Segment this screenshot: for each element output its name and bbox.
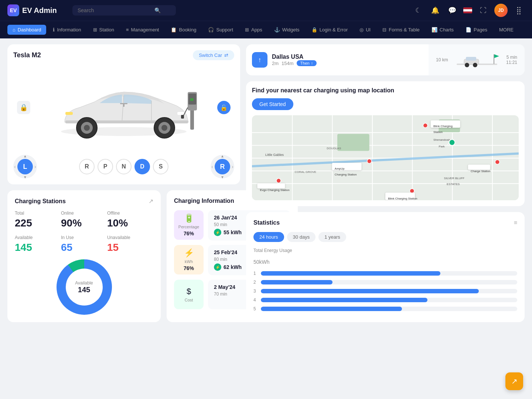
map-heading: Find your nearest car charging using map…: [252, 87, 519, 94]
chat-icon[interactable]: 💬: [446, 4, 458, 16]
grid-menu-icon[interactable]: ⣿: [513, 4, 525, 16]
charts-icon: 📊: [432, 27, 437, 33]
nav-apps[interactable]: ⊞ Apps: [240, 25, 267, 35]
gear-option-d[interactable]: D: [134, 159, 150, 174]
svg-rect-58: [257, 183, 285, 188]
nav-booking[interactable]: 📋 Booking: [166, 25, 201, 35]
charging-stations-card: Charging Stations ↗ Total 225 Online 90%…: [7, 190, 161, 322]
stats-menu-icon[interactable]: ≡: [514, 219, 517, 226]
search-bar[interactable]: 🔍: [72, 5, 176, 16]
donut-label: Available 145: [75, 280, 93, 294]
nav-pages[interactable]: 📄 Pages: [460, 25, 492, 35]
tab-24hours[interactable]: 24 hours: [253, 232, 284, 242]
gear-option-s[interactable]: S: [153, 159, 168, 174]
total-stat: Total 225: [15, 211, 61, 229]
available-label: Available: [15, 235, 61, 240]
nav-charts[interactable]: 📊 Charts: [426, 25, 459, 35]
tab-30days[interactable]: 30 days: [287, 232, 316, 242]
unlock-icon[interactable]: 🔓: [217, 101, 231, 114]
fab-button[interactable]: ↗: [505, 372, 523, 390]
offline-label: Offline: [107, 211, 153, 216]
car-card-header: Tesla M2 Switch Car ⇄: [13, 50, 234, 60]
switch-car-label: Switch Car: [199, 52, 222, 58]
car-image: 30: [42, 71, 205, 144]
route-arrival: 11:21: [506, 60, 517, 65]
gear-options: R P N D S: [79, 159, 168, 174]
gear-right-down-arrow: ▼: [221, 175, 224, 179]
nav-charts-label: Charts: [440, 27, 454, 33]
bar-track-3: [261, 289, 517, 293]
avatar[interactable]: JD: [494, 4, 508, 17]
nav-login-error[interactable]: 🔒 Login & Error: [306, 25, 353, 35]
available-stat: Available 145: [15, 235, 61, 253]
nav-ui[interactable]: ◎ UI: [354, 25, 376, 35]
nav-management-label: Management: [131, 27, 159, 33]
tab-1years[interactable]: 1 years: [318, 232, 346, 242]
route-visual: 10 km 5 min 11:21: [429, 44, 525, 75]
language-flag[interactable]: [463, 7, 472, 13]
nav-more[interactable]: MORE: [494, 25, 519, 35]
bar-num-2: 2: [253, 280, 258, 285]
route-upload-icon: ↑: [252, 52, 267, 68]
stations-title: Charging Stations: [15, 198, 66, 205]
energy-value: 50kWh: [253, 255, 517, 266]
nav-station[interactable]: ⊞ Station: [88, 25, 119, 35]
svg-rect-22: [466, 57, 476, 61]
bell-icon[interactable]: 🔔: [429, 4, 441, 16]
energy-unit: kWh: [259, 259, 270, 265]
bar-track-5: [261, 307, 517, 311]
statistics-header: Statistics ≡: [253, 219, 517, 226]
gear-left-inner: ‹ L ›: [14, 159, 36, 174]
svg-point-66: [449, 140, 455, 146]
nav-widgets[interactable]: ⚓ Widgets: [269, 25, 305, 35]
route-destination: ↑ Dallas USA 2m 154m Then ↑: [246, 44, 429, 75]
charge-label-1: Percentage: [178, 225, 199, 229]
route-text: Dallas USA 2m 154m Then ↑: [272, 54, 317, 66]
svg-point-6: [84, 125, 90, 131]
bar-row-2: 2: [253, 280, 517, 285]
svg-text:AmpUp: AmpUp: [335, 167, 345, 170]
nav-information[interactable]: ℹ Information: [48, 25, 86, 35]
information-icon: ℹ: [53, 27, 55, 33]
apps-icon: ⊞: [245, 27, 249, 33]
gear-option-p[interactable]: P: [98, 159, 113, 174]
dark-mode-icon[interactable]: ☾: [412, 4, 424, 16]
offline-stat: Offline 10%: [107, 211, 153, 229]
nav-dashboard[interactable]: ⌂ Dashboard: [7, 25, 46, 35]
svg-rect-29: [252, 145, 519, 146]
kwh-icon-2: ⚡: [214, 263, 221, 271]
bar-row-3: 3: [253, 289, 517, 294]
get-started-button[interactable]: Get Started: [252, 98, 293, 110]
nav-forms-table[interactable]: ⊟ Forms & Table: [377, 25, 425, 35]
svg-rect-28: [252, 132, 519, 133]
left-chevron-icon: ‹: [14, 164, 16, 170]
bar-num-3: 3: [253, 289, 258, 294]
svg-point-24: [473, 63, 477, 67]
gear-left-nav[interactable]: ▲ ‹ L › ▼: [13, 155, 37, 178]
donut-ring: Available 145: [57, 259, 112, 315]
svg-rect-10: [65, 112, 73, 115]
charge-val-2: 76%: [184, 265, 194, 271]
route-distance: 10 km: [436, 57, 448, 62]
fullscreen-icon[interactable]: ⛶: [477, 4, 489, 16]
car-image-area: 🔒: [13, 63, 234, 152]
gear-right-nav[interactable]: ▲ ‹ R › ▼: [211, 155, 234, 178]
nav-ui-label: UI: [366, 27, 371, 33]
online-stat: Online 90%: [61, 211, 107, 229]
car-title: Tesla M2: [13, 51, 41, 59]
lock-icon[interactable]: 🔒: [17, 101, 30, 114]
then-badge: Then ↑: [297, 60, 317, 66]
gear-option-r[interactable]: R: [79, 159, 95, 174]
nav-dashboard-label: Dashboard: [18, 27, 41, 33]
bar-num-5: 5: [253, 306, 258, 311]
external-link-icon[interactable]: ↗: [149, 198, 153, 205]
in-use-stat: In Use 65: [61, 235, 107, 253]
switch-car-button[interactable]: Switch Car ⇄: [193, 50, 234, 60]
lightning-icon: ⚡: [184, 248, 194, 258]
gear-option-n[interactable]: N: [116, 159, 132, 174]
nav-management[interactable]: ≡ Management: [121, 25, 164, 35]
nav-support[interactable]: 🎧 Support: [203, 25, 238, 35]
bar-track-1: [261, 271, 517, 276]
search-input[interactable]: [78, 7, 151, 13]
stations-bottom-stats: Available 145 In Use 65 Unavailable 15: [15, 235, 153, 253]
